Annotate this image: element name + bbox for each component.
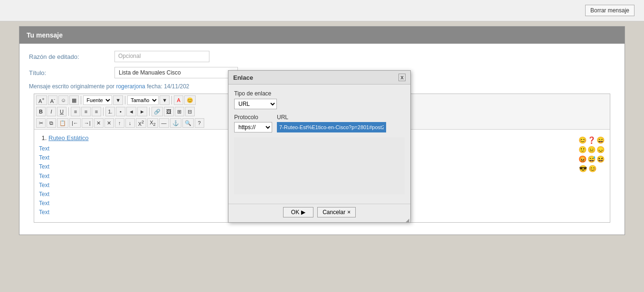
emoji-question[interactable]: ❓ (587, 136, 596, 145)
dialog-body: Tipo de enlace URL Email Anchor Protocol… (228, 85, 410, 204)
emoji-row-2: 🙂 😑 😞 (578, 146, 603, 154)
cancel-x-icon: × (347, 209, 350, 216)
emoji-panel: 😊 ❓ 😄 🙂 😑 😞 😡 😅 😆 (577, 134, 605, 217)
protocolo-label: Protocolo (234, 114, 272, 121)
tb-superscript[interactable]: X2 (136, 118, 146, 128)
tb-paste[interactable]: 📋 (57, 118, 68, 128)
dialog-resize-handle[interactable]: ◢ (406, 217, 410, 222)
emoji-row-3: 😡 😅 😆 (578, 155, 603, 164)
emoji-row-1: 😊 ❓ 😄 (578, 136, 603, 145)
emoji-sweat[interactable]: 😅 (587, 155, 596, 164)
emoji-neutral[interactable]: 😑 (587, 146, 596, 154)
tb-font-color[interactable]: A (174, 95, 183, 105)
toolbar-sep-2 (125, 96, 125, 104)
emoji-smile[interactable]: 😊 (578, 136, 587, 145)
dialog-footer: OK ▶ Cancelar × (228, 204, 410, 222)
tb-align-left[interactable]: ≡ (71, 107, 80, 116)
tb-italic[interactable]: I (47, 107, 56, 116)
font-dropdown-btn[interactable]: ▼ (113, 95, 123, 105)
tb-ordered-list[interactable]: 1. (105, 107, 115, 116)
tb-anchor[interactable]: ⚓ (170, 118, 181, 128)
dialog-title: Enlace (233, 74, 253, 81)
top-bar: Borrar mensaje (0, 0, 644, 21)
tb-media[interactable]: ▦ (69, 95, 79, 105)
dialog-empty-area (234, 137, 405, 194)
tb-unordered-list[interactable]: • (116, 107, 125, 116)
tb-emoticon[interactable]: ☺ (58, 95, 68, 105)
emoji-sad[interactable]: 😞 (597, 146, 605, 154)
borrar-mensaje-button[interactable]: Borrar mensaje (585, 5, 635, 16)
toolbar-sep-6 (149, 107, 150, 116)
enlace-dialog: Enlace x Tipo de enlace URL Email Anchor… (228, 70, 411, 223)
url-label: URL (277, 114, 386, 121)
tb-copy[interactable]: ⧉ (47, 118, 56, 128)
toolbar-sep-4 (68, 107, 69, 116)
tb-align-right[interactable]: ≡ (92, 107, 101, 116)
url-input[interactable] (277, 122, 386, 132)
emoji-cool[interactable]: 😎 (578, 165, 587, 173)
dialog-cancel-button[interactable]: Cancelar × (317, 207, 356, 217)
ok-label: OK (291, 209, 299, 216)
tb-underline[interactable]: U (57, 107, 66, 116)
emoji-grin[interactable]: 😄 (597, 136, 605, 145)
emoji-laugh[interactable]: 😆 (597, 155, 605, 164)
tb-row-del[interactable]: ✕ (94, 118, 104, 128)
tb-smiley[interactable]: 😊 (184, 95, 196, 105)
tb-link[interactable]: 🔗 (152, 107, 163, 116)
tb-outdent[interactable]: ◄ (126, 107, 136, 116)
tb-indent[interactable]: ► (137, 107, 147, 116)
tb-row-ins-before[interactable]: ↑ (115, 118, 124, 128)
editor-list-link[interactable]: Ruteo Estático (48, 134, 89, 141)
panel-header: Tu mensaje (19, 27, 625, 44)
tb-col-ins-before[interactable]: |← (69, 118, 81, 128)
tb-col-ins-after[interactable]: →| (82, 118, 93, 128)
tb-row-ins-after[interactable]: ↓ (125, 118, 135, 128)
razon-label: Razón de editado: (29, 53, 114, 60)
ok-arrow-icon: ▶ (301, 209, 305, 216)
titulo-label: Título: (29, 69, 114, 76)
tb-find[interactable]: 🔍 (182, 118, 194, 128)
toolbar-sep-3 (171, 96, 172, 104)
emoji-row-4: 😎 😊 (578, 165, 603, 173)
protocolo-col: Protocolo http:// https:// ftp:// // (234, 114, 272, 132)
original-author-link[interactable]: rogerarjona (116, 83, 145, 90)
font-select[interactable]: Fuente (83, 95, 112, 105)
tb-cut[interactable]: ✂ (36, 118, 46, 128)
tb-font-size-increase[interactable]: A+ (36, 95, 47, 105)
tipo-enlace-row: Tipo de enlace URL Email Anchor (234, 90, 405, 109)
tb-table2[interactable]: ⊟ (185, 107, 195, 116)
tb-help[interactable]: ? (195, 118, 204, 128)
url-col: URL (277, 114, 386, 132)
dialog-close-button[interactable]: x (398, 74, 406, 81)
tipo-enlace-select[interactable]: URL Email Anchor (234, 99, 277, 109)
tb-table[interactable]: ⊞ (175, 107, 184, 116)
original-suffix: fecha: 14/11/202 (145, 83, 189, 90)
panel-title: Tu mensaje (27, 31, 63, 39)
tb-bold[interactable]: B (36, 107, 46, 116)
tb-hr[interactable]: — (159, 118, 169, 128)
emoji-angry[interactable]: 😡 (578, 155, 587, 164)
toolbar-sep-1 (81, 96, 81, 104)
toolbar-sep-5 (103, 107, 104, 116)
razon-input[interactable] (114, 51, 209, 62)
size-dropdown-btn[interactable]: ▼ (160, 95, 170, 105)
tb-align-center[interactable]: ≡ (81, 107, 91, 116)
emoji-plain[interactable]: 🙂 (578, 146, 587, 154)
dialog-titlebar: Enlace x (228, 71, 410, 85)
tb-col-del[interactable]: ✕ (104, 118, 114, 128)
dialog-ok-button[interactable]: OK ▶ (283, 207, 313, 217)
proto-url-row: Protocolo http:// https:// ftp:// // URL (234, 114, 405, 132)
titulo-input[interactable] (114, 67, 238, 78)
original-prefix: Mensaje escrito originalmente por (29, 83, 116, 90)
tb-image[interactable]: 🖼 (164, 107, 174, 116)
razon-row: Razón de editado: Opcional (29, 51, 615, 62)
cancel-label: Cancelar (322, 209, 345, 216)
tb-subscript[interactable]: X2 (147, 118, 158, 128)
size-select[interactable]: Tamaño (127, 95, 159, 105)
tb-font-size-decrease[interactable]: A- (48, 95, 57, 105)
emoji-happy2[interactable]: 😊 (588, 165, 597, 173)
tipo-enlace-label: Tipo de enlace (234, 90, 405, 97)
protocolo-select[interactable]: http:// https:// ftp:// // (234, 122, 272, 132)
